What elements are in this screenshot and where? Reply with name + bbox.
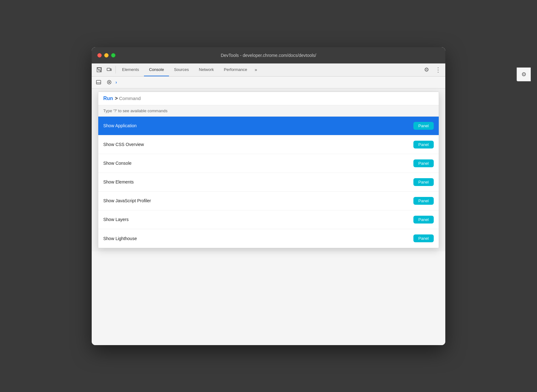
tab-console[interactable]: Console xyxy=(144,63,169,76)
traffic-lights xyxy=(97,53,115,58)
panel-badge[interactable]: Panel xyxy=(413,178,434,186)
svg-rect-2 xyxy=(110,69,111,71)
command-item-name: Show JavaScript Profiler xyxy=(103,198,151,203)
tabs-container: Elements Console Sources Network Perform… xyxy=(117,63,422,76)
panel-badge[interactable]: Panel xyxy=(413,122,434,130)
command-item-show-lighthouse[interactable]: Show LighthousePanel xyxy=(98,229,439,248)
command-list: Show ApplicationPanelShow CSS OverviewPa… xyxy=(98,117,439,248)
expand-chevron[interactable]: › xyxy=(115,80,117,85)
tab-performance[interactable]: Performance xyxy=(219,63,252,76)
command-item-show-console[interactable]: Show ConsolePanel xyxy=(98,154,439,173)
command-item-name: Show Application xyxy=(103,123,137,128)
secondary-toolbar: › xyxy=(92,77,445,88)
command-item-name: Show Layers xyxy=(103,217,129,222)
main-toolbar: Elements Console Sources Network Perform… xyxy=(92,63,445,77)
panel-badge[interactable]: Panel xyxy=(413,197,434,205)
panel-badge[interactable]: Panel xyxy=(413,216,434,224)
command-item-show-application[interactable]: Show ApplicationPanel xyxy=(98,117,439,135)
tab-sources[interactable]: Sources xyxy=(169,63,194,76)
tabs-overflow-button[interactable]: » xyxy=(252,67,260,72)
device-toggle-button[interactable] xyxy=(104,65,114,75)
command-item-show-css-overview[interactable]: Show CSS OverviewPanel xyxy=(98,135,439,154)
svg-rect-1 xyxy=(107,68,110,71)
run-label: Run xyxy=(103,96,113,101)
command-palette-container: Run > Type '?' to see available commands… xyxy=(92,92,445,248)
show-console-drawer-button[interactable] xyxy=(94,78,103,87)
panel-badge[interactable]: Panel xyxy=(413,141,434,148)
command-item-name: Show Lighthouse xyxy=(103,236,137,241)
more-options-button[interactable]: ⋮ xyxy=(433,65,443,75)
command-chevron: > xyxy=(115,96,118,101)
devtools-body: Elements Console Sources Network Perform… xyxy=(92,63,445,345)
toolbar-divider xyxy=(115,66,116,73)
inspect-element-button[interactable] xyxy=(94,65,104,75)
command-item-show-javascript-profiler[interactable]: Show JavaScript ProfilerPanel xyxy=(98,192,439,210)
command-item-name: Show CSS Overview xyxy=(103,142,144,147)
devtools-window: DevTools - developer.chrome.com/docs/dev… xyxy=(92,47,445,345)
command-input[interactable] xyxy=(119,96,434,101)
toolbar-right: ⚙ ⋮ xyxy=(422,65,443,75)
tab-elements[interactable]: Elements xyxy=(117,63,144,76)
panel-badge[interactable]: Panel xyxy=(413,234,434,242)
panel-badge[interactable]: Panel xyxy=(413,159,434,167)
tab-network[interactable]: Network xyxy=(194,63,219,76)
command-hint: Type '?' to see available commands xyxy=(98,105,439,117)
svg-rect-3 xyxy=(96,80,101,84)
close-button[interactable] xyxy=(97,53,102,58)
clear-console-button[interactable] xyxy=(105,78,114,87)
command-item-name: Show Elements xyxy=(103,179,134,184)
settings-button[interactable]: ⚙ xyxy=(422,65,432,75)
title-bar: DevTools - developer.chrome.com/docs/dev… xyxy=(92,47,445,63)
window-title: DevTools - developer.chrome.com/docs/dev… xyxy=(221,53,316,58)
minimize-button[interactable] xyxy=(104,53,109,58)
command-input-row: Run > xyxy=(98,92,439,105)
maximize-button[interactable] xyxy=(111,53,115,58)
command-palette: Run > Type '?' to see available commands… xyxy=(98,92,439,248)
main-content xyxy=(92,251,445,345)
command-item-show-elements[interactable]: Show ElementsPanel xyxy=(98,173,439,192)
command-item-name: Show Console xyxy=(103,161,131,166)
command-item-show-layers[interactable]: Show LayersPanel xyxy=(98,210,439,229)
